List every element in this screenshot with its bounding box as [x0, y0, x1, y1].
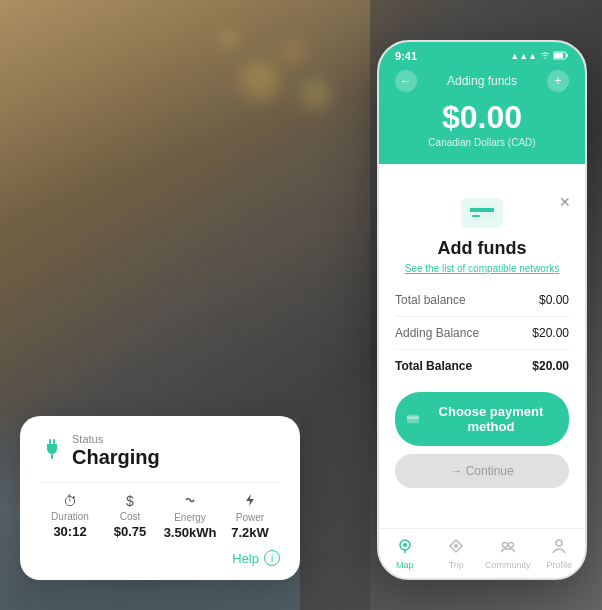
- power-label: Power: [220, 512, 280, 523]
- svg-marker-3: [246, 494, 254, 506]
- divider-1: [395, 316, 569, 317]
- phone-app-header: ← Adding funds + $0.00 Canadian Dollars …: [379, 66, 585, 164]
- map-label: Map: [396, 560, 414, 570]
- battery-icon: [553, 51, 569, 62]
- profile-label: Profile: [546, 560, 572, 570]
- status-metrics: ⏱ Duration 30:12 $ Cost $0.75 Energy 3.5…: [40, 482, 280, 540]
- nav-item-profile[interactable]: Profile: [534, 538, 586, 570]
- svg-rect-0: [49, 439, 51, 444]
- modal-link[interactable]: See the list of compatible networks: [395, 263, 569, 274]
- signal-icon: ▲▲▲: [510, 51, 537, 61]
- continue-button[interactable]: → Continue: [395, 454, 569, 488]
- balance-row-adding: Adding Balance $20.00: [395, 321, 569, 345]
- trip-icon: [448, 538, 464, 558]
- phone-status-icons: ▲▲▲: [510, 51, 569, 62]
- status-header: Status Charging: [40, 434, 280, 468]
- metric-duration: ⏱ Duration 30:12: [40, 493, 100, 540]
- new-total-label: Total Balance: [395, 359, 472, 373]
- energy-icon: [160, 493, 220, 510]
- cost-label: Cost: [100, 511, 160, 522]
- status-card: Status Charging ⏱ Duration 30:12 $ Cost …: [20, 416, 300, 580]
- map-icon: [397, 538, 413, 558]
- trip-label: Trip: [449, 560, 464, 570]
- help-label: Help: [232, 551, 259, 566]
- header-currency: Canadian Dollars (CAD): [395, 137, 569, 148]
- phone-mockup: 9:41 ▲▲▲ ←: [377, 40, 587, 580]
- total-balance-label: Total balance: [395, 293, 466, 307]
- choose-payment-button[interactable]: Choose payment method: [395, 392, 569, 446]
- community-label: Community: [485, 560, 531, 570]
- modal-close-button[interactable]: ✕: [559, 194, 571, 210]
- help-info-icon: i: [264, 550, 280, 566]
- cost-value: $0.75: [100, 524, 160, 539]
- header-title: Adding funds: [447, 74, 517, 88]
- cost-icon: $: [100, 493, 160, 509]
- wifi-icon: [540, 51, 550, 61]
- balance-row-total: Total balance $0.00: [395, 288, 569, 312]
- balance-rows: Total balance $0.00 Adding Balance $20.0…: [395, 288, 569, 378]
- status-value: Charging: [72, 446, 160, 468]
- add-button[interactable]: +: [547, 70, 569, 92]
- plug-icon: [40, 437, 64, 465]
- svg-rect-7: [470, 205, 494, 221]
- metric-cost: $ Cost $0.75: [100, 493, 160, 540]
- header-amount: $0.00: [395, 100, 569, 135]
- balance-row-new-total: Total Balance $20.00: [395, 354, 569, 378]
- adding-balance-value: $20.00: [532, 326, 569, 340]
- back-icon: ←: [400, 74, 412, 88]
- svg-rect-5: [554, 53, 563, 58]
- svg-rect-6: [566, 54, 568, 57]
- metric-energy: Energy 3.50kWh: [160, 493, 220, 540]
- power-icon: [220, 493, 280, 510]
- nav-item-trip[interactable]: Trip: [431, 538, 483, 570]
- svg-point-17: [508, 542, 513, 547]
- community-icon: [500, 538, 516, 558]
- energy-label: Energy: [160, 512, 220, 523]
- modal-title: Add funds: [395, 238, 569, 259]
- phone-status-bar: 9:41 ▲▲▲: [379, 42, 585, 66]
- svg-rect-9: [472, 215, 480, 217]
- status-footer: Help i: [40, 550, 280, 566]
- duration-label: Duration: [40, 511, 100, 522]
- profile-icon: [551, 538, 567, 558]
- duration-icon: ⏱: [40, 493, 100, 509]
- add-icon: +: [554, 74, 561, 88]
- new-total-value: $20.00: [532, 359, 569, 373]
- duration-value: 30:12: [40, 524, 100, 539]
- svg-rect-8: [470, 208, 494, 212]
- close-icon: ✕: [559, 194, 571, 210]
- continue-button-label: → Continue: [450, 464, 513, 478]
- modal-icon-row: [395, 198, 569, 228]
- svg-rect-11: [407, 416, 419, 419]
- svg-rect-2: [51, 454, 53, 459]
- help-button[interactable]: Help i: [232, 550, 280, 566]
- pay-button-label: Choose payment method: [425, 404, 557, 434]
- energy-value: 3.50kWh: [160, 525, 220, 540]
- nav-item-community[interactable]: Community: [482, 538, 534, 570]
- svg-point-16: [502, 542, 507, 547]
- total-balance-value: $0.00: [539, 293, 569, 307]
- card-icon-box: [461, 198, 503, 228]
- power-value: 7.2kW: [220, 525, 280, 540]
- phone-bottom-nav: Map Trip Community: [379, 528, 585, 578]
- back-button[interactable]: ←: [395, 70, 417, 92]
- svg-rect-1: [53, 439, 55, 444]
- svg-point-18: [556, 540, 562, 546]
- metric-power: Power 7.2kW: [220, 493, 280, 540]
- status-label: Status: [72, 434, 160, 445]
- modal-card: ✕ Add funds See the list of compatible n…: [379, 182, 585, 528]
- nav-item-map[interactable]: Map: [379, 538, 431, 570]
- header-nav: ← Adding funds +: [395, 70, 569, 92]
- divider-2: [395, 349, 569, 350]
- svg-point-15: [454, 544, 458, 548]
- adding-balance-label: Adding Balance: [395, 326, 479, 340]
- svg-point-13: [403, 543, 407, 547]
- phone-time: 9:41: [395, 50, 417, 62]
- status-text: Status Charging: [72, 434, 160, 468]
